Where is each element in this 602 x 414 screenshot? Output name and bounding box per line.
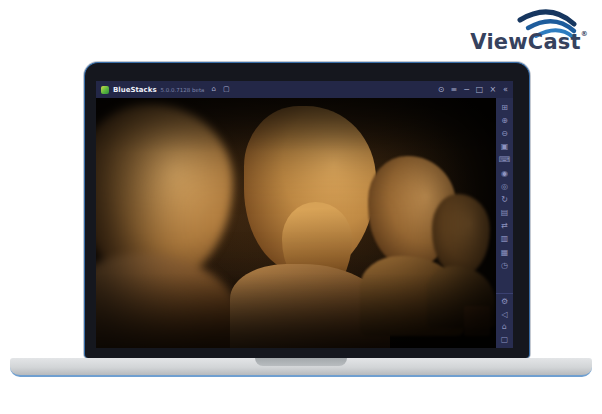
version-label: 5.0.0.7128 beta: [161, 87, 205, 93]
registered-trademark: ®: [581, 30, 588, 38]
titlebar: BlueStacks 5.0.0.7128 beta ⌂▢ ⊙≡−□×«: [96, 81, 513, 98]
laptop-screen-bezel: BlueStacks 5.0.0.7128 beta ⌂▢ ⊙≡−□×«: [84, 62, 530, 358]
back-icon[interactable]: ◁: [496, 309, 513, 322]
maximize-icon[interactable]: □: [476, 86, 484, 94]
history-icon[interactable]: ◷: [496, 259, 513, 272]
fullscreen-icon[interactable]: ⊞: [496, 101, 513, 114]
home-tab-icon[interactable]: ⌂: [211, 86, 215, 93]
android-nav-group: ⚙◁⌂▢: [496, 293, 513, 346]
viewcast-wordmark: ViewCast®: [470, 30, 588, 54]
rotate-icon[interactable]: ↻: [496, 193, 513, 206]
app-tab-icon[interactable]: ▢: [223, 86, 230, 93]
toolbar-sidebar: ⊞⊕⊖▣⌨◉◎↻▤⇄▥▦◷ ⚙◁⌂▢: [496, 98, 513, 348]
screen-record-icon[interactable]: ◉: [496, 167, 513, 180]
menu-icon[interactable]: ≡: [450, 86, 457, 94]
zoom-in-icon[interactable]: ⊕: [496, 114, 513, 127]
screenshot-icon[interactable]: ▣: [496, 141, 513, 154]
window-title: BlueStacks: [113, 86, 157, 94]
bust-second: [244, 106, 376, 348]
bust-foreground: [96, 104, 233, 348]
close-icon[interactable]: ×: [489, 86, 496, 94]
window-body: ⊞⊕⊖▣⌨◉◎↻▤⇄▥▦◷ ⚙◁⌂▢: [96, 98, 513, 348]
page-canvas: ViewCast® BlueStacks 5.0.0.7128 beta ⌂▢ …: [0, 0, 602, 414]
keyboard-controls-icon[interactable]: ⌨: [496, 154, 513, 167]
recent-apps-icon[interactable]: ▢: [496, 334, 513, 347]
multi-instance-icon[interactable]: ▦: [496, 246, 513, 259]
boost-icon[interactable]: ⊙: [438, 86, 445, 94]
bluestacks-logo-icon: [101, 86, 109, 94]
macro-recorder-icon[interactable]: ◎: [496, 180, 513, 193]
collapse-sidebar-icon[interactable]: «: [503, 86, 508, 94]
laptop-base-notch: [255, 358, 347, 366]
zoom-out-icon[interactable]: ⊖: [496, 127, 513, 140]
media-manager-icon[interactable]: ▥: [496, 233, 513, 246]
viewcast-logo: ViewCast®: [478, 2, 588, 56]
settings-icon[interactable]: ⚙: [496, 296, 513, 309]
pedestal-glimpse: [464, 306, 490, 336]
statues-photo: [96, 98, 496, 348]
install-apk-icon[interactable]: ▤: [496, 207, 513, 220]
shake-icon[interactable]: ⇄: [496, 220, 513, 233]
laptop-base: [10, 358, 592, 377]
minimize-icon[interactable]: −: [463, 86, 470, 94]
bluestacks-window: BlueStacks 5.0.0.7128 beta ⌂▢ ⊙≡−□×«: [96, 81, 513, 348]
home-icon[interactable]: ⌂: [496, 321, 513, 334]
